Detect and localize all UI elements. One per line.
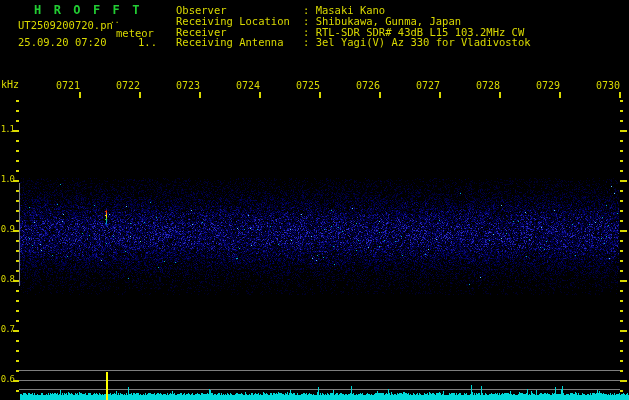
datetime-label: 25.09.20 07:20 [18,37,107,48]
info-row-antenna: Receiving Antenna: 3el Yagi(V) Az 330 fo… [176,37,531,48]
freq-tick-label-0-6: 0.6 [0,375,14,384]
time-tick-label-0726: 0726 [356,81,380,91]
freq-tick-label-0-9: 0.9 [0,225,14,234]
info-value: 3el Yagi(V) Az 330 for Vladivostok [316,36,531,48]
time-tick-label-0730: 0730 [596,81,620,91]
freq-tick-label-0-8: 0.8 [0,275,14,284]
spectrogram-plot [0,0,629,400]
file-name-dots: .. [110,17,120,25]
app-title: H R O F F T [34,4,142,16]
time-tick-label-0727: 0727 [416,81,440,91]
freq-tick-label-1-1: 1.1 [0,125,14,134]
counter-label: 1.. [138,37,157,48]
time-tick-label-0721: 0721 [56,81,80,91]
time-tick-label-0723: 0723 [176,81,200,91]
time-tick-label-0725: 0725 [296,81,320,91]
file-name-label: UT2509200720.pn [18,20,113,31]
time-tick-label-0722: 0722 [116,81,140,91]
time-tick-label-0724: 0724 [236,81,260,91]
freq-tick-label-1-0: 1.0 [0,175,14,184]
time-tick-label-0729: 0729 [536,81,560,91]
freq-axis-unit-label: kHz [1,80,19,90]
time-tick-label-0728: 0728 [476,81,500,91]
hrofft-screen: H R O F F T UT2509200720.pn .. meteor 25… [0,0,629,400]
freq-tick-label-0-7: 0.7 [0,325,14,334]
colon-sep: : [303,36,316,48]
